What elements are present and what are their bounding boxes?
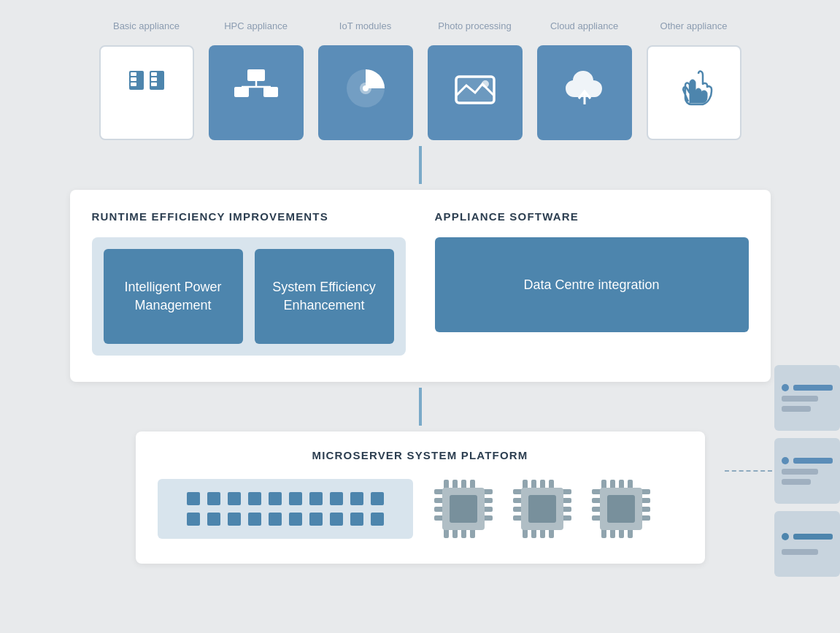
server-dot [207,492,220,505]
server-dot [228,513,241,526]
server-dot [228,492,241,505]
connector-bottom [419,388,422,426]
svg-rect-74 [607,495,635,523]
hpc-appliance-icon [231,64,281,122]
side-line-1b [782,396,818,402]
appliance-hpc[interactable]: HPC appliance [205,13,307,140]
appliance-other[interactable]: Other appliance [643,13,745,140]
appliance-photo-label: Photo processing [438,13,511,39]
appliance-photo-box [428,45,523,140]
svg-rect-56 [528,495,556,523]
server-dot [187,513,200,526]
side-dot-1 [782,384,789,391]
power-card[interactable]: Intelligent Power Management [104,249,243,344]
svg-rect-3 [131,83,136,86]
other-appliance-icon [671,65,717,120]
server-dot [269,492,282,505]
appliance-photo[interactable]: Photo processing [424,13,526,140]
appliance-cloud-box [537,45,632,140]
server-rack [158,479,413,539]
basic-appliance-icon [123,65,170,120]
cloud-appliance-icon [560,64,609,122]
photo-appliance-icon [450,64,500,122]
appliance-iot-box [318,45,413,140]
side-card-3[interactable] [774,511,840,577]
side-line-1c [782,406,811,412]
server-dot [350,492,363,505]
server-dot [248,513,261,526]
bottom-content [158,476,683,542]
bottom-section: MICROSERVER SYSTEM PLATFORM [136,431,705,564]
server-dot [207,513,220,526]
side-card-2[interactable] [774,438,840,504]
side-line-3b [782,549,818,555]
server-dot [371,513,384,526]
svg-rect-1 [131,72,136,76]
microserver-title: MICROSERVER SYSTEM PLATFORM [158,449,683,461]
appliance-basic-box [99,45,194,140]
server-dot [289,492,302,505]
side-card-1[interactable] [774,365,840,431]
cpu-chip-2 [509,476,575,542]
cpu-chip-3 [588,476,654,542]
appliance-cloud[interactable]: Cloud appliance [533,13,636,140]
server-dot [187,492,200,505]
server-dot [289,513,302,526]
svg-rect-38 [450,495,477,523]
server-row-2 [169,513,401,526]
iot-appliance-icon [341,64,390,122]
svg-rect-7 [151,83,157,86]
server-dot [371,492,384,505]
svg-point-19 [482,80,489,88]
server-dot [330,513,343,526]
appliance-software-title: APPLIANCE SOFTWARE [435,210,749,223]
server-dot [330,492,343,505]
side-line-1a [793,385,833,391]
runtime-cards: Intelligent Power Management System Effi… [92,237,406,356]
connector-top [419,146,422,184]
server-dot [269,513,282,526]
side-dot-3 [782,533,789,540]
server-row-1 [169,492,401,505]
side-line-2c [782,479,811,485]
appliance-other-box [647,45,741,140]
appliance-other-label: Other appliance [660,13,728,39]
appliance-basic[interactable]: Basic appliance [96,13,198,140]
data-centre-card[interactable]: Data Centre integration [435,237,749,332]
server-dot [248,492,261,505]
side-panel [774,365,840,577]
efficiency-card[interactable]: System Efficiency Enhancement [255,249,394,344]
middle-section: RUNTIME EFFICIENCY IMPROVEMENTS Intellig… [70,190,771,382]
cpu-chips [431,476,654,542]
server-dot [309,492,323,505]
side-line-2a [793,458,833,464]
appliance-software-section: APPLIANCE SOFTWARE Data Centre integrati… [435,210,749,356]
svg-rect-2 [131,77,136,81]
server-dot [309,513,323,526]
appliances-row: Basic appliance [66,13,774,140]
appliance-iot[interactable]: IoT modules [315,13,417,140]
svg-rect-6 [151,77,157,81]
dashed-connector [725,470,772,472]
runtime-title: RUNTIME EFFICIENCY IMPROVEMENTS [92,210,406,223]
svg-point-16 [363,85,369,91]
page-wrapper: Basic appliance [0,0,840,633]
svg-rect-5 [151,72,157,76]
cpu-chip-1 [431,476,496,542]
appliance-hpc-box [209,45,304,140]
side-line-3a [793,534,833,540]
runtime-section: RUNTIME EFFICIENCY IMPROVEMENTS Intellig… [92,210,406,356]
server-dot [350,513,363,526]
appliance-hpc-label: HPC appliance [224,13,288,39]
side-dot-2 [782,457,789,464]
appliance-iot-label: IoT modules [339,13,391,39]
svg-rect-8 [247,69,265,81]
side-line-2b [782,469,818,475]
appliance-basic-label: Basic appliance [113,13,180,39]
appliance-cloud-label: Cloud appliance [550,13,618,39]
svg-rect-9 [234,87,249,97]
svg-rect-10 [263,87,278,97]
